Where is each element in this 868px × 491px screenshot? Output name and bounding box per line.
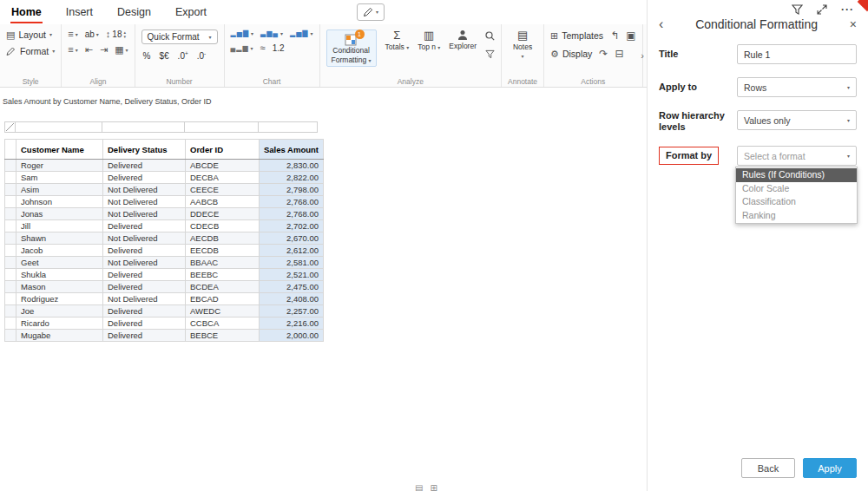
cell-sales-amount[interactable]: 2,581.00	[260, 257, 324, 269]
cell-sales-amount[interactable]: 2,670.00	[260, 232, 324, 245]
back-button[interactable]: Back	[741, 458, 795, 478]
indent-increase-button[interactable]: ⇥	[100, 45, 108, 55]
row-gutter[interactable]	[5, 305, 16, 318]
cell-order-id[interactable]: BEEBC	[186, 269, 260, 281]
filter-icon[interactable]	[485, 49, 495, 59]
cell-delivery-status[interactable]: Not Delivered	[103, 184, 186, 196]
apply-button[interactable]: Apply	[803, 458, 857, 478]
column-header-sales-amount[interactable]: Sales Amount	[260, 140, 324, 160]
row-height-stepper[interactable]: ↕18▴▾	[106, 29, 126, 39]
cell-sales-amount[interactable]: 2,000.00	[260, 330, 324, 342]
cell-customer-name[interactable]: Ricardo	[16, 318, 103, 330]
decimal-ratio-button[interactable]: 1.2	[273, 43, 285, 53]
redo-icon[interactable]: ↷	[599, 48, 608, 60]
cell-customer-name[interactable]: Shawn	[16, 232, 103, 245]
percent-format-button[interactable]: %	[143, 51, 151, 61]
cell-sales-amount[interactable]: 2,408.00	[260, 293, 324, 305]
table-row[interactable]: Shukla Delivered BEEBC 2,521.00	[5, 269, 324, 281]
cell-customer-name[interactable]: Jill	[16, 220, 103, 232]
cell-order-id[interactable]: DECBA	[186, 172, 260, 184]
cell-delivery-status[interactable]: Delivered	[103, 160, 186, 172]
table-row[interactable]: Geet Not Delivered BBAAC 2,581.00	[5, 257, 324, 269]
cell-customer-name[interactable]: Roger	[16, 160, 103, 172]
indent-decrease-button[interactable]: ⇤	[85, 45, 93, 55]
dropdown-option-rules[interactable]: Rules (If Conditions)	[736, 168, 857, 182]
tab-export[interactable]: Export	[174, 2, 207, 23]
table-row[interactable]: Shawn Not Delivered AECDB 2,670.00	[5, 232, 324, 245]
cell-order-id[interactable]: AWEDC	[186, 305, 260, 318]
table-row[interactable]: Rodriguez Not Delivered EBCAD 2,408.00	[5, 293, 324, 305]
totals-button[interactable]: Σ Totals ▾	[385, 29, 410, 52]
area-chart-button[interactable]: ▄▂▆▾	[231, 44, 253, 52]
cell-customer-name[interactable]: Sam	[16, 172, 103, 184]
table-row[interactable]: Roger Delivered ABCDE 2,830.00	[5, 160, 324, 172]
row-gutter[interactable]	[5, 220, 16, 232]
quick-format-select[interactable]: Quick Format ▾	[141, 29, 218, 44]
stepper-arrows-icon[interactable]: ▴▾	[123, 30, 126, 39]
cell-customer-name[interactable]: Johnson	[16, 196, 103, 208]
display-button[interactable]: ⚙ Display	[550, 49, 592, 59]
row-gutter[interactable]	[5, 208, 16, 220]
cell-customer-name[interactable]: Shukla	[16, 269, 103, 281]
row-hierarchy-select[interactable]: Values only ▾	[737, 110, 857, 130]
align-horizontal-button[interactable]: ≡▾	[68, 29, 77, 39]
table-row[interactable]: Mugabe Delivered BEBCE 2,000.00	[5, 330, 324, 342]
rule-title-input[interactable]	[737, 44, 857, 64]
align-vertical-button[interactable]: ≡▾	[68, 45, 77, 55]
row-gutter[interactable]	[5, 293, 16, 305]
cell-delivery-status[interactable]: Not Delivered	[103, 232, 186, 245]
visual-title[interactable]: Sales Amount by Customer Name, Delivery …	[3, 97, 212, 106]
cell-order-id[interactable]: DDECE	[186, 208, 260, 220]
ribbon-collapse-icon[interactable]: ›	[641, 50, 644, 61]
grid-cell[interactable]	[102, 121, 185, 133]
cell-delivery-status[interactable]: Delivered	[103, 172, 186, 184]
grid-icon[interactable]: ⊞	[430, 483, 437, 491]
cell-delivery-status[interactable]: Not Delivered	[103, 257, 186, 269]
cell-customer-name[interactable]: Rodriguez	[16, 293, 103, 305]
cell-delivery-status[interactable]: Not Delivered	[103, 196, 186, 208]
cell-customer-name[interactable]: Geet	[16, 257, 103, 269]
conditional-formatting-button[interactable]: 1 Conditional Formatting ▾	[326, 29, 377, 67]
cell-order-id[interactable]: EBCAD	[186, 293, 260, 305]
cell-order-id[interactable]: BEBCE	[186, 330, 260, 342]
more-options-icon[interactable]: ···	[841, 5, 854, 14]
cell-customer-name[interactable]: Mugabe	[16, 330, 103, 342]
table-row[interactable]: Ricardo Delivered CCBCA 2,216.00	[5, 318, 324, 330]
cell-delivery-status[interactable]: Not Delivered	[103, 293, 186, 305]
cell-customer-name[interactable]: Mason	[16, 281, 103, 293]
fit-icon[interactable]: ⊟	[615, 48, 623, 60]
row-gutter[interactable]	[5, 330, 16, 342]
row-gutter[interactable]	[5, 318, 16, 330]
dropdown-option-color-scale[interactable]: Color Scale	[736, 182, 857, 196]
row-gutter[interactable]	[5, 257, 16, 269]
cell-sales-amount[interactable]: 2,798.00	[260, 184, 324, 196]
cell-sales-amount[interactable]: 2,521.00	[260, 269, 324, 281]
cell-sales-amount[interactable]: 2,612.00	[260, 245, 324, 257]
panel-close-icon[interactable]: ×	[850, 17, 857, 31]
cell-order-id[interactable]: CCBCA	[186, 318, 260, 330]
grid-cell[interactable]	[185, 121, 259, 133]
layout-button[interactable]: ▤ Layout ▾	[6, 29, 55, 40]
dropdown-option-classification[interactable]: Classification	[736, 195, 857, 209]
expand-icon[interactable]	[817, 4, 827, 15]
cell-customer-name[interactable]: Jonas	[16, 208, 103, 220]
cell-order-id[interactable]: EECDB	[186, 245, 260, 257]
cell-delivery-status[interactable]: Delivered	[103, 220, 186, 232]
cell-order-id[interactable]: ABCDE	[186, 160, 260, 172]
cell-sales-amount[interactable]: 2,768.00	[260, 196, 324, 208]
cell-delivery-status[interactable]: Not Delivered	[103, 208, 186, 220]
search-icon[interactable]	[485, 31, 495, 41]
top-n-button[interactable]: ▥ Top n ▾	[418, 29, 440, 52]
format-button[interactable]: Format ▾	[6, 46, 55, 56]
cell-sales-amount[interactable]: 2,216.00	[260, 318, 324, 330]
cell-delivery-status[interactable]: Delivered	[103, 305, 186, 318]
format-by-select[interactable]: Select a format ▾	[737, 146, 857, 166]
sparkline-button[interactable]: ≈	[260, 43, 266, 53]
column-header-customer-name[interactable]: Customer Name	[16, 140, 103, 160]
table-row[interactable]: Jonas Not Delivered DDECE 2,768.00	[5, 208, 324, 220]
row-gutter[interactable]	[5, 269, 16, 281]
tab-design[interactable]: Design	[116, 2, 152, 23]
page-icon[interactable]: ▤	[415, 483, 423, 491]
grid-cell[interactable]	[16, 121, 102, 133]
select-all-corner[interactable]	[4, 121, 16, 133]
